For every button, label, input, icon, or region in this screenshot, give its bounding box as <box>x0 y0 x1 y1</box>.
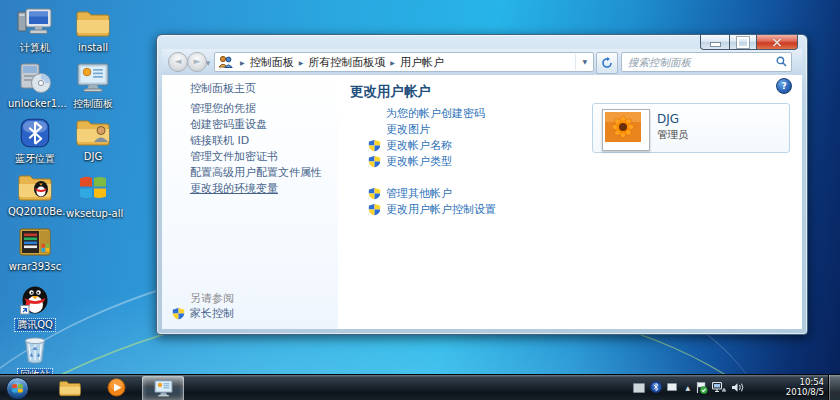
desktop-icon-computer[interactable]: 计算机 <box>6 8 64 58</box>
desktop-icon-label: wksetup-all <box>64 208 124 220</box>
uac-shield-icon <box>368 187 381 200</box>
uac-shield-icon <box>368 155 381 168</box>
action-center-flag-icon[interactable] <box>695 381 708 394</box>
desktop-icon-label: 蓝牙位置 <box>13 153 57 165</box>
taskbar-media-player-button[interactable] <box>96 376 136 399</box>
desktop-icon-unlocker[interactable]: unlocker1.... <box>6 62 64 114</box>
maximize-button[interactable] <box>730 35 757 50</box>
maximize-icon <box>737 37 749 48</box>
user-name: DJG <box>657 112 679 126</box>
close-icon <box>772 38 782 47</box>
desktop-icon-djg-folder[interactable]: DJG <box>64 117 122 167</box>
desktop-icon-install[interactable]: install <box>64 8 122 58</box>
user-role: 管理员 <box>657 128 689 142</box>
uac-shield-icon <box>368 139 381 152</box>
sidebar-item-credentials[interactable]: 管理您的凭据 <box>190 101 256 116</box>
sidebar-item-environment-variables[interactable]: 更改我的环境变量 <box>190 181 278 196</box>
change-picture-link[interactable]: 更改图片 <box>386 123 430 136</box>
refresh-icon <box>601 57 613 69</box>
language-bar-icon[interactable] <box>633 383 645 393</box>
show-desktop-button[interactable] <box>828 375 840 400</box>
bluetooth-tray-icon[interactable] <box>650 381 662 393</box>
sidebar-item-file-encryption[interactable]: 管理文件加密证书 <box>190 149 278 164</box>
address-bar[interactable]: ▶ 控制面板 ▶ 所有控制面板项 ▶ 用户帐户 ▼ <box>214 52 594 72</box>
taskbar: ▲ 10:54 2010/8/5 <box>0 374 840 400</box>
sidebar-item-advanced-profile[interactable]: 配置高级用户配置文件属性 <box>190 165 322 180</box>
change-account-name-row[interactable]: 更改帐户名称 <box>368 138 452 153</box>
recycle-bin-icon <box>20 335 50 365</box>
refresh-button[interactable] <box>596 52 618 74</box>
desktop-icon-tencent-qq[interactable]: 腾讯QQ <box>6 281 64 335</box>
manage-other-accounts-link[interactable]: 管理其他帐户 <box>386 187 452 200</box>
desktop-icon-wrar[interactable]: wrar393sc <box>6 227 64 277</box>
address-dropdown-icon[interactable]: ▼ <box>575 54 593 70</box>
change-account-type-link[interactable]: 更改帐户类型 <box>386 155 452 168</box>
qq-folder-icon <box>17 172 53 202</box>
main-pane: ? 更改用户帐户 为您的帐户创建密码 更改图片 更改帐户名称 更改帐户类型 <box>338 75 802 329</box>
sidebar-item-home[interactable]: 控制面板主页 <box>190 81 256 96</box>
hidden-icons-arrow[interactable]: ▲ <box>685 384 690 391</box>
search-icon[interactable] <box>776 56 787 67</box>
user-badge: DJG 管理员 <box>592 103 790 153</box>
search-box <box>621 52 792 72</box>
sidebar-item-password-reset-disk[interactable]: 创建密码重设盘 <box>190 117 267 132</box>
computer-icon <box>17 8 53 38</box>
desktop-icon-label: QQ2010Be... <box>6 206 66 218</box>
sidebar: 控制面板主页 管理您的凭据 创建密码重设盘 链接联机 ID 管理文件加密证书 配… <box>162 75 338 329</box>
network-icon[interactable] <box>712 382 726 393</box>
installer-cd-icon <box>18 62 52 94</box>
sidebar-item-link-online-id[interactable]: 链接联机 ID <box>190 133 249 148</box>
change-account-type-row[interactable]: 更改帐户类型 <box>368 154 452 169</box>
minimize-button[interactable] <box>700 35 730 50</box>
breadcrumb-all-items[interactable]: 所有控制面板项 <box>307 55 386 70</box>
navigation-bar: ◄ ► ▼ ▶ 控制面板 ▶ 所有控制面板项 ▶ 用户帐户 ▼ <box>162 49 802 76</box>
see-also-header: 另请参阅 <box>190 291 234 306</box>
desktop-icon-bluetooth[interactable]: 蓝牙位置 <box>6 117 64 169</box>
back-button[interactable]: ◄ <box>168 52 188 72</box>
desktop-icon-label: 控制面板 <box>71 98 115 110</box>
desktop-icon-label: wrar393sc <box>7 261 63 273</box>
desktop-icon-wksetup[interactable]: wksetup-all <box>64 172 122 224</box>
taskbar-clock[interactable]: 10:54 2010/8/5 <box>768 378 824 397</box>
page-title: 更改用户帐户 <box>350 83 431 101</box>
caption-buttons <box>700 35 798 50</box>
volume-icon[interactable] <box>731 382 744 393</box>
uac-shield-icon <box>368 203 381 216</box>
help-icon[interactable]: ? <box>776 78 792 94</box>
forward-button[interactable]: ► <box>187 52 207 72</box>
desktop-icon-label: 腾讯QQ <box>15 319 55 331</box>
media-player-icon <box>107 378 126 397</box>
change-uac-settings-link[interactable]: 更改用户帐户控制设置 <box>386 203 496 216</box>
start-button[interactable] <box>6 377 29 400</box>
display-tray-icon[interactable] <box>667 383 677 391</box>
windows-logo-icon <box>77 172 109 204</box>
recent-pages-arrow-icon[interactable]: ▼ <box>206 60 210 66</box>
control-panel-icon <box>153 379 174 398</box>
desktop-icon-control-panel[interactable]: 控制面板 <box>64 62 122 114</box>
minimize-icon <box>711 43 720 46</box>
sidebar-item-parental-controls[interactable]: 家长控制 <box>172 306 234 321</box>
change-uac-settings-row[interactable]: 更改用户帐户控制设置 <box>368 202 496 217</box>
user-accounts-icon <box>218 55 233 69</box>
breadcrumb-arrow-icon: ▶ <box>386 59 399 66</box>
close-button[interactable] <box>757 35 798 50</box>
taskbar-control-panel-button[interactable] <box>142 376 184 400</box>
search-input[interactable] <box>622 53 791 71</box>
breadcrumb-arrow-icon: ▶ <box>236 59 249 66</box>
clock-date: 2010/8/5 <box>768 388 824 398</box>
user-folder-icon <box>75 117 111 147</box>
qq-penguin-icon <box>18 281 52 315</box>
parental-controls-link[interactable]: 家长控制 <box>190 307 234 320</box>
taskbar-explorer-button[interactable] <box>50 376 90 399</box>
desktop-icon-qq2010[interactable]: QQ2010Be... <box>6 172 64 222</box>
change-account-name-link[interactable]: 更改帐户名称 <box>386 139 452 152</box>
winrar-archive-icon <box>18 227 52 257</box>
breadcrumb-control-panel[interactable]: 控制面板 <box>249 55 295 70</box>
breadcrumb-arrow-icon: ▶ <box>295 59 308 66</box>
desktop-icon-label: install <box>76 42 110 54</box>
control-panel-icon <box>75 62 111 94</box>
control-panel-window: ◄ ► ▼ ▶ 控制面板 ▶ 所有控制面板项 ▶ 用户帐户 ▼ <box>156 34 808 335</box>
breadcrumb-user-accounts[interactable]: 用户帐户 <box>399 55 445 70</box>
create-password-link[interactable]: 为您的帐户创建密码 <box>386 107 485 120</box>
manage-other-accounts-row[interactable]: 管理其他帐户 <box>368 186 452 201</box>
